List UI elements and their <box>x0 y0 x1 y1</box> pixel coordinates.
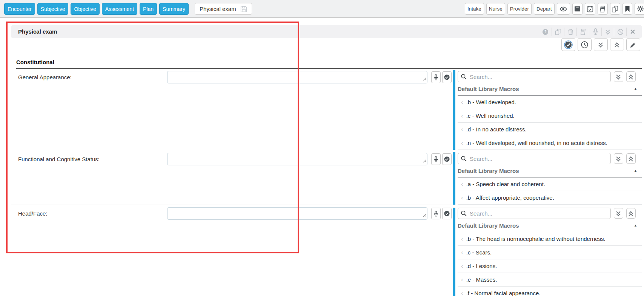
macro-item-label: .e - Masses. <box>466 276 497 283</box>
complete-button[interactable] <box>561 38 575 51</box>
insert-macro-icon <box>461 140 463 146</box>
expand-macros-button[interactable] <box>614 71 623 82</box>
nav-button-encounter[interactable]: Encounter <box>4 3 35 15</box>
macro-search-input[interactable] <box>458 208 611 219</box>
macro-item[interactable]: .n - Well developed, well nourished, in … <box>458 136 642 150</box>
confirm-field-button[interactable] <box>442 208 452 219</box>
macro-item-label: .f - Normal facial appearance. <box>466 290 541 296</box>
macro-item[interactable]: .e - Masses. <box>458 273 642 287</box>
archive-icon <box>574 6 581 12</box>
microphone-icon <box>433 211 438 217</box>
delete-button[interactable] <box>564 28 576 36</box>
copy-note-button[interactable] <box>552 28 564 36</box>
dictate-field-button[interactable] <box>431 71 441 83</box>
field-label-general-appearance: General Appearance: <box>18 74 72 80</box>
svg-text:?: ? <box>544 30 546 34</box>
chevron-double-down-icon <box>606 29 610 34</box>
top-toolbar: Encounter Subjective Objective Assessmen… <box>0 0 644 18</box>
edit-button[interactable] <box>626 38 640 51</box>
general-appearance-textarea[interactable] <box>167 71 427 83</box>
history-button[interactable] <box>578 38 592 51</box>
archive-button[interactable] <box>572 3 583 15</box>
expand-macros-button[interactable] <box>614 208 623 219</box>
search-icon <box>461 210 467 218</box>
bookmark-icon <box>625 6 630 12</box>
nav-button-summary[interactable]: Summary <box>159 3 189 15</box>
macro-search-wrap <box>458 71 611 82</box>
gear-icon <box>637 5 644 12</box>
macro-item[interactable]: .c - Well nourished. <box>458 109 642 123</box>
nav-button-objective[interactable]: Objective <box>71 3 99 15</box>
collapse-macros-button[interactable] <box>626 153 636 164</box>
macro-item-label: .c - Well nourished. <box>466 113 515 119</box>
collapse-group-icon[interactable] <box>634 164 637 177</box>
help-button[interactable]: ? <box>539 28 552 36</box>
head-face-textarea[interactable] <box>167 207 427 220</box>
expand-macros-button[interactable] <box>614 153 623 164</box>
book-icon <box>580 29 586 35</box>
macro-panel-general-appearance: Default Library Macros .b - Well develop… <box>453 70 642 150</box>
macro-group-title: Default Library Macros <box>458 168 519 174</box>
macro-group-title: Default Library Macros <box>458 222 519 229</box>
active-tab-label: Physical exam <box>200 6 236 12</box>
check-circle-icon <box>444 74 450 80</box>
collapse-all-button[interactable] <box>610 38 624 51</box>
macro-item[interactable]: .c - Scars. <box>458 246 642 259</box>
confirm-field-button[interactable] <box>442 153 452 165</box>
collapse-macros-button[interactable] <box>626 208 636 219</box>
nav-button-assessment[interactable]: Assessment <box>102 3 137 15</box>
intake-button[interactable]: Intake <box>465 3 484 15</box>
confirm-field-button[interactable] <box>442 71 452 83</box>
chevron-double-up-icon <box>629 156 633 161</box>
toolbar-nav-group: Encounter Subjective Objective Assessmen… <box>4 3 252 15</box>
eye-button[interactable] <box>557 3 570 15</box>
macro-item[interactable]: .d - In no acute distress. <box>458 123 642 136</box>
copy-button[interactable] <box>610 3 620 15</box>
expand-all-button[interactable] <box>594 38 608 51</box>
bookmark-button[interactable] <box>622 3 632 15</box>
chevron-double-down-icon <box>616 156 621 161</box>
dictate-field-button[interactable] <box>431 208 441 219</box>
dictate-button[interactable] <box>589 28 601 36</box>
check-circle-icon <box>444 156 450 162</box>
macro-item[interactable]: .b - Well developed. <box>458 96 642 109</box>
library-button[interactable] <box>576 28 589 36</box>
nav-button-subjective[interactable]: Subjective <box>37 3 69 15</box>
disable-button[interactable] <box>614 28 626 36</box>
chevron-double-up-icon <box>629 211 633 216</box>
settings-button[interactable] <box>635 3 644 15</box>
microphone-icon <box>433 156 438 162</box>
macro-search-input[interactable] <box>458 71 611 82</box>
macro-item[interactable]: .b - The head is normocephalic and witho… <box>458 232 642 246</box>
macro-item[interactable]: .d - Lesions. <box>458 259 642 273</box>
toolbar-right-group: Intake Nurse Provider Depart <box>465 3 644 15</box>
nurse-button[interactable]: Nurse <box>486 3 505 15</box>
collapse-group-icon[interactable] <box>634 82 637 96</box>
close-panel-button[interactable] <box>626 28 639 36</box>
provider-button[interactable]: Provider <box>507 3 532 15</box>
panel-action-buttons <box>561 38 640 51</box>
help-icon: ? <box>542 29 549 35</box>
nav-button-plan[interactable]: Plan <box>140 3 157 15</box>
collapse-all-button[interactable] <box>601 28 614 36</box>
macro-item-label: .b - Affect appropriate, cooperative. <box>466 194 554 201</box>
macro-item[interactable]: .b - Affect appropriate, cooperative. <box>458 191 642 205</box>
book-button[interactable] <box>598 3 608 15</box>
collapse-macros-button[interactable] <box>626 71 636 82</box>
active-tab-physical-exam[interactable]: Physical exam <box>195 3 252 15</box>
macro-search-input[interactable] <box>458 153 611 164</box>
functional-cognitive-textarea[interactable] <box>167 153 427 165</box>
macro-item-label: .b - Well developed. <box>466 99 516 105</box>
dictate-field-button[interactable] <box>431 153 441 165</box>
check-circle-icon <box>564 40 573 49</box>
macro-item-label: .d - Lesions. <box>466 263 497 269</box>
collapse-group-icon[interactable] <box>634 219 637 232</box>
insert-macro-icon <box>461 99 463 105</box>
macro-group-header: Default Library Macros <box>458 219 642 232</box>
depart-button[interactable]: Depart <box>534 3 555 15</box>
clock-icon <box>581 41 589 49</box>
macro-item[interactable]: .a - Speech clear and coherent. <box>458 177 642 191</box>
macro-item[interactable]: .f - Normal facial appearance. <box>458 287 642 296</box>
calendar-button[interactable] <box>585 3 595 15</box>
panel-header: Physical exam ? <box>11 25 642 38</box>
